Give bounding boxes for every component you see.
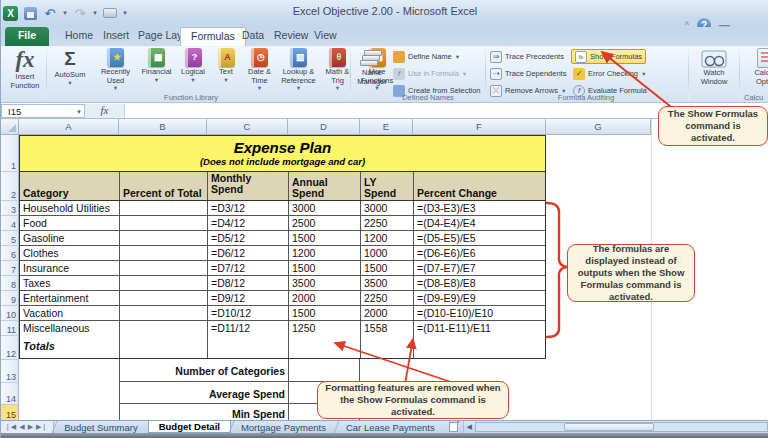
cell-ly[interactable]: 1558 — [361, 321, 414, 336]
excel-logo-icon[interactable]: X — [3, 6, 18, 21]
cell-percent_of_total[interactable] — [120, 276, 208, 290]
cell-change[interactable]: =(D4-E4)/E4 — [414, 216, 545, 230]
cell-ly[interactable]: 1500 — [361, 261, 414, 275]
insert-worksheet-icon[interactable] — [445, 421, 463, 433]
cell-category[interactable]: Insurance — [20, 261, 120, 275]
cell-monthly[interactable]: =D11/12 — [208, 321, 289, 336]
cell-ly[interactable]: 2250 — [361, 291, 414, 305]
cell-category[interactable]: Clothes — [20, 246, 120, 260]
last-sheet-icon[interactable]: ▶❘ — [36, 423, 47, 431]
sheet-tab-budget-summary[interactable]: Budget Summary — [54, 421, 147, 433]
cell-ly[interactable]: 3000 — [361, 201, 414, 215]
row-header-14[interactable]: 14 — [1, 383, 19, 405]
cell-monthly[interactable]: =D10/12 — [208, 306, 289, 320]
cell-percent_of_total[interactable] — [120, 261, 208, 275]
summary-label-average-spend[interactable]: Average Spend — [119, 388, 288, 400]
cell-annual[interactable]: 2500 — [289, 216, 361, 230]
cell-monthly[interactable]: =D4/12 — [208, 216, 289, 230]
row-header-10[interactable]: 10 — [1, 306, 19, 321]
cell-category[interactable]: Gasoline — [20, 231, 120, 245]
cell-annual[interactable]: 1500 — [289, 306, 361, 320]
sheet-tab-car-lease-payments[interactable]: Car Lease Payments — [336, 421, 445, 433]
cell-annual[interactable]: 1500 — [289, 231, 361, 245]
sheet-tab-mortgage-payments[interactable]: Mortgage Payments — [231, 421, 336, 433]
next-sheet-icon[interactable]: ▶ — [28, 423, 33, 431]
cell-percent_of_total[interactable] — [120, 231, 208, 245]
header-ly-spend[interactable]: LY Spend — [361, 172, 414, 200]
row-header-6[interactable]: 6 — [1, 246, 19, 261]
cell-annual[interactable]: 3500 — [289, 276, 361, 290]
cell-ly[interactable]: 2000 — [361, 306, 414, 320]
undo-caret-icon[interactable]: ▼ — [62, 10, 68, 16]
row-header-4[interactable]: 4 — [1, 216, 19, 231]
autosum-button[interactable]: ΣAutoSum▼ — [49, 48, 91, 100]
cell-category[interactable]: Taxes — [20, 276, 120, 290]
row-header-2[interactable]: 2 — [1, 172, 19, 201]
header-percent-of-total[interactable]: Percent of Total — [120, 172, 208, 200]
trace-precedents-button[interactable]: ⇒ Trace Precedents — [490, 49, 564, 64]
first-sheet-icon[interactable]: ❘◀ — [5, 423, 16, 431]
cell-change[interactable]: =(D6-E6)/E6 — [414, 246, 545, 260]
show-formulas-button[interactable]: fx Show Formulas — [571, 49, 646, 64]
cell-monthly[interactable]: =D5/12 — [208, 231, 289, 245]
header-monthly-spend[interactable]: Monthly Spend — [208, 172, 289, 200]
cell-percent_of_total[interactable] — [120, 201, 208, 215]
tab-scrollbar-splitter[interactable]: ◀ — [463, 421, 475, 433]
totals-label[interactable]: Totals — [20, 336, 120, 358]
qat-customize-caret-icon[interactable]: ▼ — [122, 10, 128, 16]
row-header-13[interactable]: 13 — [1, 360, 19, 383]
fx-icon[interactable]: fx — [85, 104, 125, 118]
cell-ly[interactable]: 2250 — [361, 216, 414, 230]
cell-annual[interactable]: 1500 — [289, 261, 361, 275]
column-header-e[interactable]: E — [360, 119, 413, 135]
cell-ly[interactable]: 3500 — [361, 276, 414, 290]
header-percent-change[interactable]: Percent Change — [414, 172, 545, 200]
error-checking-button[interactable]: ✓ Error Checking▼ — [573, 66, 646, 81]
row-header-3[interactable]: 3 — [1, 201, 19, 216]
trace-dependents-button[interactable]: ⇢ Trace Dependents — [490, 66, 566, 81]
column-header-c[interactable]: C — [207, 119, 288, 135]
redo-caret-icon[interactable]: ▼ — [92, 10, 98, 16]
horizontal-scrollbar-thumb[interactable] — [564, 423, 654, 431]
save-icon[interactable] — [22, 5, 38, 21]
cell-annual[interactable]: 2000 — [289, 291, 361, 305]
cell-monthly[interactable]: =D9/12 — [208, 291, 289, 305]
column-header-a[interactable]: A — [19, 119, 119, 135]
cell-annual[interactable]: 3000 — [289, 201, 361, 215]
cell-annual[interactable]: 1200 — [289, 246, 361, 260]
undo-icon[interactable]: ↶ — [42, 5, 58, 21]
column-header-d[interactable]: D — [288, 119, 360, 135]
column-header-f[interactable]: F — [413, 119, 546, 135]
cell-category[interactable]: Food — [20, 216, 120, 230]
row-header-11[interactable]: 11 — [1, 321, 19, 336]
print-icon[interactable] — [102, 5, 118, 21]
cell-ly[interactable]: 1000 — [361, 246, 414, 260]
row-header-15[interactable]: 15 — [1, 405, 19, 421]
header-annual-spend[interactable]: Annual Spend — [289, 172, 361, 200]
row-header-8[interactable]: 8 — [1, 276, 19, 291]
insert-function-button[interactable]: fx Insert Function — [5, 48, 45, 100]
summary-label-number-of-categories[interactable]: Number of Categories — [119, 365, 288, 377]
cell-ly[interactable]: 1200 — [361, 231, 414, 245]
summary-label-min-spend[interactable]: Min Spend — [119, 408, 288, 420]
cell-category[interactable]: Miscellaneous — [20, 321, 120, 336]
use-in-formula-button[interactable]: f Use in Formula▼ — [393, 66, 467, 81]
cell-change[interactable]: =(D7-E7)/E7 — [414, 261, 545, 275]
cell-change[interactable]: =(D11-E11)/E11 — [414, 321, 545, 336]
cell-change[interactable]: =(D10-E10)/E10 — [414, 306, 545, 320]
cell-monthly[interactable]: =D7/12 — [208, 261, 289, 275]
cell-monthly[interactable]: =D3/12 — [208, 201, 289, 215]
cell-change[interactable]: =(D8-E8)/E8 — [414, 276, 545, 290]
cell-percent_of_total[interactable] — [120, 321, 208, 336]
cell-percent_of_total[interactable] — [120, 291, 208, 305]
cell-percent_of_total[interactable] — [120, 306, 208, 320]
cell-category[interactable]: Household Utilities — [20, 201, 120, 215]
column-header-b[interactable]: B — [119, 119, 207, 135]
header-category[interactable]: Category — [20, 172, 120, 200]
column-header-g[interactable]: G — [546, 119, 651, 135]
cell-category[interactable]: Vacation — [20, 306, 120, 320]
cell-change[interactable]: =(D5-E5)/E5 — [414, 231, 545, 245]
row-header-7[interactable]: 7 — [1, 261, 19, 276]
name-box-caret-icon[interactable]: ▼ — [76, 106, 82, 117]
name-box[interactable]: I15 ▼ — [1, 104, 85, 118]
